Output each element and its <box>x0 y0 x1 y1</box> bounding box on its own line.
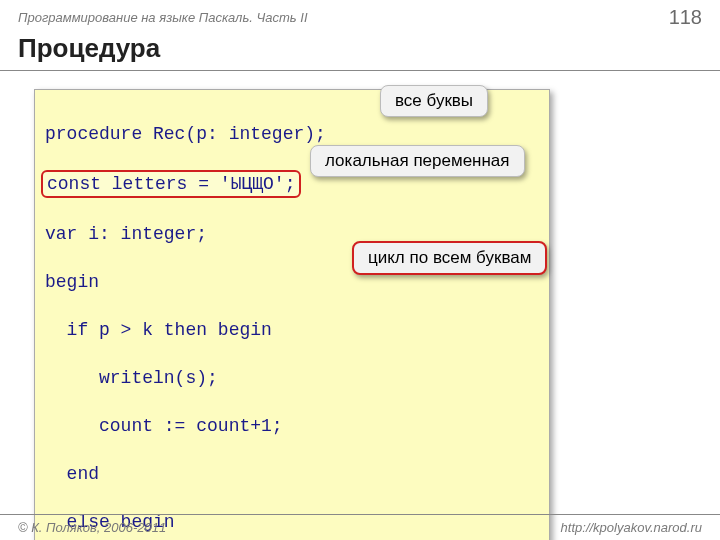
code-line: count := count+1; <box>45 414 539 438</box>
footer-url: http://kpolyakov.narod.ru <box>561 520 702 535</box>
course-title: Программирование на языке Паскаль. Часть… <box>18 10 308 25</box>
header: Программирование на языке Паскаль. Часть… <box>0 0 720 31</box>
callout-all-letters: все буквы <box>380 85 488 117</box>
copyright: © К. Поляков, 2006-2011 <box>18 520 166 535</box>
code-line: procedure Rec(p: integer); <box>45 122 539 146</box>
slide-title: Процедура <box>0 31 720 71</box>
footer: © К. Поляков, 2006-2011 http://kpolyakov… <box>0 514 720 540</box>
const-highlight: const letters = 'ЫЦЩО'; <box>41 170 301 198</box>
code-line: writeln(s); <box>45 366 539 390</box>
code-line: if p > k then begin <box>45 318 539 342</box>
callout-local-var: локальная переменная <box>310 145 525 177</box>
code-line: end <box>45 462 539 486</box>
callout-loop: цикл по всем буквам <box>352 241 547 275</box>
slide-body: procedure Rec(p: integer); const letters… <box>0 71 720 540</box>
page-number: 118 <box>669 6 702 29</box>
